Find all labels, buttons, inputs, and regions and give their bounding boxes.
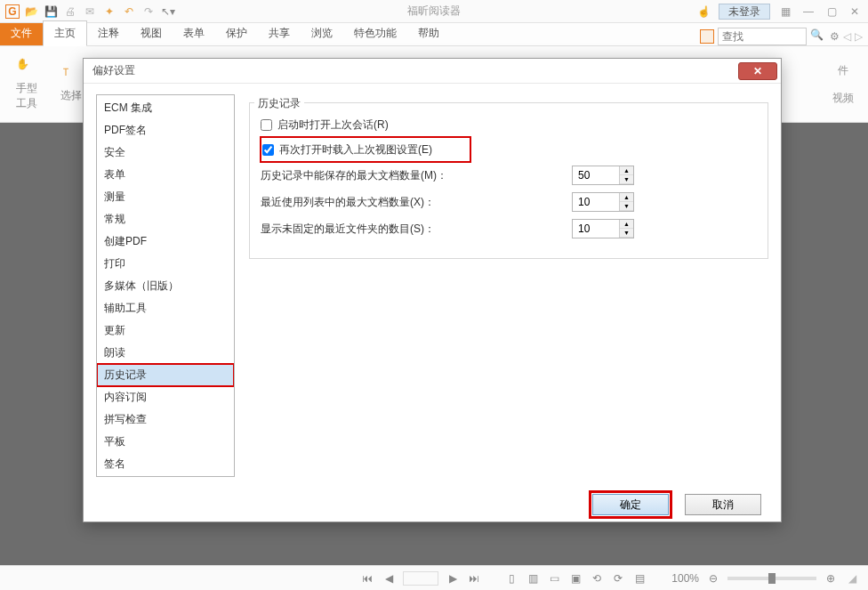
category-item[interactable]: 安全 bbox=[97, 141, 234, 164]
category-item-history[interactable]: 历史记录 bbox=[97, 364, 234, 386]
category-item[interactable]: 创建PDF bbox=[97, 230, 234, 253]
value-max-folders: 10 bbox=[573, 222, 619, 235]
hand-up-icon[interactable]: ☝ bbox=[695, 4, 711, 20]
label-max-history: 历史记录中能保存的最大文档数量(M)： bbox=[261, 168, 572, 183]
option-restore-session[interactable]: 启动时打开上次会话(R) bbox=[261, 112, 757, 137]
settings-panel: 历史记录 启动时打开上次会话(R) 再次打开时载入上次视图设置(E) 历史记录中… bbox=[249, 94, 768, 488]
chevron-up-icon[interactable]: ▲ bbox=[620, 220, 633, 229]
value-max-history: 50 bbox=[573, 169, 619, 182]
search-input[interactable] bbox=[718, 28, 807, 45]
category-item[interactable]: 全屏 bbox=[97, 475, 234, 477]
chevron-down-icon[interactable]: ▼ bbox=[620, 229, 633, 238]
checkbox-restore-session[interactable] bbox=[261, 119, 272, 131]
ribbon-tabs: 文件 主页 注释 视图 表单 保护 共享 浏览 特色功能 帮助 🔍 ⚙ ◁ ▷ bbox=[0, 23, 868, 46]
mail-icon[interactable]: ✉ bbox=[82, 4, 98, 20]
rotate-right-icon[interactable]: ⟳ bbox=[611, 571, 625, 586]
nav-prev-icon[interactable]: ◁ bbox=[843, 30, 851, 43]
new-icon[interactable]: ✦ bbox=[101, 4, 117, 20]
nav-next-icon[interactable]: ▷ bbox=[855, 30, 863, 43]
chevron-down-icon[interactable]: ▼ bbox=[620, 202, 633, 211]
spinner-max-folders[interactable]: 10 ▲▼ bbox=[572, 219, 634, 238]
label-restore-view: 再次打开时载入上次视图设置(E) bbox=[279, 142, 432, 158]
undo-icon[interactable]: ↶ bbox=[121, 4, 137, 20]
more-layout-icon[interactable]: ▤ bbox=[632, 571, 647, 586]
close-icon[interactable]: ✕ bbox=[847, 4, 863, 20]
ribbon-trunc-2: 视频 bbox=[832, 91, 854, 106]
tab-comment[interactable]: 注释 bbox=[87, 21, 130, 45]
category-item[interactable]: 更新 bbox=[97, 319, 234, 342]
spinner-max-recent[interactable]: 10 ▲▼ bbox=[572, 192, 634, 212]
label-restore-session: 启动时打开上次会话(R) bbox=[277, 117, 389, 133]
tab-home[interactable]: 主页 bbox=[43, 20, 87, 46]
dialog-title-text: 偏好设置 bbox=[92, 63, 135, 78]
next-page-icon[interactable]: ▶ bbox=[446, 571, 460, 586]
tab-browse[interactable]: 浏览 bbox=[301, 21, 343, 45]
hand-tool[interactable]: ✋ 手型 工具 bbox=[9, 58, 44, 111]
tab-special[interactable]: 特色功能 bbox=[343, 21, 407, 45]
category-item[interactable]: ECM 集成 bbox=[97, 97, 234, 119]
category-item[interactable]: 签名 bbox=[97, 453, 234, 475]
minimize-icon[interactable]: — bbox=[800, 4, 816, 20]
checkbox-restore-view[interactable] bbox=[262, 144, 274, 156]
hand-icon: ✋ bbox=[16, 58, 37, 79]
tab-help[interactable]: 帮助 bbox=[407, 21, 450, 45]
chevron-up-icon[interactable]: ▲ bbox=[620, 166, 633, 175]
quick-access-toolbar: G 📂 💾 🖨 ✉ ✦ ↶ ↷ ↖▾ 福昕阅读器 ☝ 未登录 ▦ — ▢ ✕ bbox=[0, 0, 868, 23]
tab-protect[interactable]: 保护 bbox=[215, 21, 258, 45]
last-page-icon[interactable]: ⏭ bbox=[467, 571, 481, 586]
prev-page-icon[interactable]: ◀ bbox=[382, 571, 396, 586]
label-max-folders: 显示未固定的最近文件夹的数目(S)： bbox=[261, 222, 572, 237]
search-icon[interactable]: 🔍 bbox=[810, 28, 826, 44]
tab-file[interactable]: 文件 bbox=[0, 21, 43, 45]
layout-icon[interactable]: ▦ bbox=[777, 4, 793, 20]
category-item[interactable]: 辅助工具 bbox=[97, 297, 234, 319]
resize-grip-icon[interactable]: ◢ bbox=[845, 571, 859, 586]
zoom-in-icon[interactable]: ⊕ bbox=[824, 571, 838, 586]
redo-icon[interactable]: ↷ bbox=[141, 4, 157, 20]
layout-single-icon[interactable]: ▯ bbox=[504, 571, 518, 586]
zoom-percent: 100% bbox=[671, 572, 699, 585]
app-logo-icon: G bbox=[5, 4, 20, 19]
category-item[interactable]: 测量 bbox=[97, 186, 234, 208]
pointer-dropdown-icon[interactable]: ↖▾ bbox=[160, 4, 176, 20]
open-icon[interactable]: 📂 bbox=[23, 4, 39, 20]
category-item[interactable]: 表单 bbox=[97, 164, 234, 186]
label-max-recent: 最近使用列表中的最大文档数量(X)： bbox=[261, 195, 572, 210]
ok-button[interactable]: 确定 bbox=[592, 494, 669, 515]
zoom-slider[interactable] bbox=[727, 577, 816, 580]
save-icon[interactable]: 💾 bbox=[43, 4, 59, 20]
search-folder-icon[interactable] bbox=[700, 29, 714, 44]
category-item[interactable]: 打印 bbox=[97, 253, 234, 275]
category-item[interactable]: 多媒体（旧版） bbox=[97, 275, 234, 297]
print-icon[interactable]: 🖨 bbox=[62, 4, 78, 20]
category-item[interactable]: 常规 bbox=[97, 208, 234, 230]
category-item[interactable]: PDF签名 bbox=[97, 119, 234, 141]
maximize-icon[interactable]: ▢ bbox=[824, 4, 840, 20]
zoom-out-icon[interactable]: ⊖ bbox=[706, 571, 720, 586]
category-item[interactable]: 内容订阅 bbox=[97, 386, 234, 408]
spinner-max-history[interactable]: 50 ▲▼ bbox=[572, 166, 634, 185]
chevron-down-icon[interactable]: ▼ bbox=[620, 175, 633, 184]
option-restore-view[interactable]: 再次打开时载入上次视图设置(E) bbox=[261, 137, 470, 162]
first-page-icon[interactable]: ⏮ bbox=[360, 571, 374, 586]
gear-icon[interactable]: ⚙ bbox=[830, 30, 840, 43]
tab-form[interactable]: 表单 bbox=[173, 21, 215, 45]
rotate-left-icon[interactable]: ⟲ bbox=[590, 571, 604, 586]
cancel-button[interactable]: 取消 bbox=[685, 494, 761, 515]
ribbon-trunc-1: 件 bbox=[838, 63, 848, 78]
category-item[interactable]: 平板 bbox=[97, 431, 234, 453]
page-field[interactable] bbox=[403, 571, 438, 586]
dialog-close-button[interactable]: ✕ bbox=[738, 62, 777, 80]
layout-continuous-icon[interactable]: ▥ bbox=[526, 571, 540, 586]
text-select-icon: Ｔ bbox=[60, 65, 82, 86]
category-list[interactable]: ECM 集成 PDF签名 安全 表单 测量 常规 创建PDF 打印 多媒体（旧版… bbox=[96, 94, 235, 477]
tab-share[interactable]: 共享 bbox=[258, 21, 301, 45]
tab-view[interactable]: 视图 bbox=[130, 21, 173, 45]
login-status[interactable]: 未登录 bbox=[719, 4, 770, 20]
preferences-dialog: 偏好设置 ✕ ECM 集成 PDF签名 安全 表单 测量 常规 创建PDF 打印… bbox=[83, 58, 782, 522]
category-item[interactable]: 朗读 bbox=[97, 342, 234, 364]
category-item[interactable]: 拼写检查 bbox=[97, 408, 234, 431]
layout-cover-icon[interactable]: ▣ bbox=[568, 571, 583, 586]
chevron-up-icon[interactable]: ▲ bbox=[620, 193, 633, 202]
layout-facing-icon[interactable]: ▭ bbox=[547, 571, 561, 586]
